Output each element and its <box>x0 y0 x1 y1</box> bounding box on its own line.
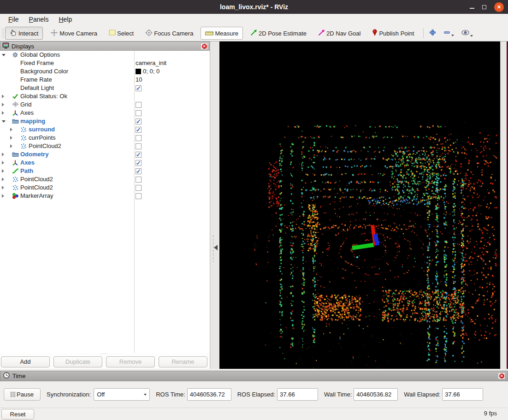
tree-row-default-light[interactable]: Default Light <box>0 84 210 92</box>
tool-focus-camera[interactable]: Focus Camera <box>141 27 197 40</box>
tree-row-axes[interactable]: Axes <box>0 159 210 167</box>
tree-row-markerarray[interactable]: MarkerArray <box>0 192 210 200</box>
add-tool-button[interactable] <box>428 28 437 38</box>
tree-row-currpoints[interactable]: currPoints <box>0 134 210 142</box>
expander-collapsed-icon[interactable] <box>2 161 4 165</box>
synchronization-label: Synchronization: <box>47 391 91 398</box>
tree-row-mapping[interactable]: mapping <box>0 117 210 125</box>
expander-collapsed-icon[interactable] <box>2 111 4 115</box>
enable-checkbox[interactable] <box>136 160 142 166</box>
minimize-icon[interactable] <box>470 8 474 9</box>
panel-resize-handle[interactable] <box>100 353 107 355</box>
remove-button[interactable]: Remove <box>106 356 155 367</box>
expander-collapsed-icon[interactable] <box>2 103 4 106</box>
tree-row-path[interactable]: Path <box>0 167 210 175</box>
pointcloud-canvas[interactable] <box>219 41 500 369</box>
expander-collapsed-icon[interactable] <box>2 186 4 189</box>
tree-row-odometry[interactable]: Odometry <box>0 150 210 159</box>
right-panel-strip[interactable] <box>500 41 508 369</box>
enable-checkbox[interactable] <box>136 127 142 133</box>
minus-icon <box>443 29 450 37</box>
tree-row-fixed-frame[interactable]: Fixed Framecamera_init <box>0 59 210 67</box>
enable-checkbox[interactable] <box>136 193 142 199</box>
tree-row-surround[interactable]: surround <box>0 125 210 134</box>
panel-splitter[interactable] <box>210 41 219 369</box>
tool-2d-nav-goal[interactable]: 2D Nav Goal <box>314 27 365 40</box>
menu-panels[interactable]: Panels <box>24 15 53 24</box>
displays-tree: Global OptionsFixed Framecamera_initBack… <box>0 51 210 353</box>
tool-move-camera[interactable]: Move Camera <box>46 27 101 40</box>
enable-checkbox[interactable] <box>136 110 142 116</box>
expander-collapsed-icon[interactable] <box>2 177 4 181</box>
displays-close-button[interactable]: ✕ <box>201 43 208 50</box>
eye-icon <box>461 30 469 37</box>
property-value[interactable]: camera_init <box>136 59 166 67</box>
time-panel-header[interactable]: Time ✕ <box>0 371 508 381</box>
tool-interact[interactable]: Interact <box>5 27 43 40</box>
tree-row-global-options[interactable]: Global Options <box>0 51 210 59</box>
expander-expanded-icon[interactable] <box>2 120 6 123</box>
pause-icon <box>11 392 15 397</box>
pause-button[interactable]: Pause <box>4 388 41 401</box>
color-swatch[interactable] <box>136 69 141 74</box>
enable-checkbox[interactable] <box>136 177 142 183</box>
wall-elapsed-label: Wall Elapsed: <box>404 391 440 398</box>
3d-viewport[interactable] <box>219 41 500 369</box>
enable-checkbox[interactable] <box>136 85 142 91</box>
fps-counter: 9 fps <box>484 410 497 417</box>
tree-row-axes[interactable]: Axes <box>0 109 210 117</box>
time-close-button[interactable]: ✕ <box>498 373 505 379</box>
maximize-icon[interactable] <box>482 5 486 9</box>
tree-row-pointcloud2[interactable]: PointCloud2 <box>0 183 210 192</box>
expander-collapsed-icon[interactable] <box>2 169 4 173</box>
synchronization-select[interactable]: Off <box>94 388 150 401</box>
tree-row-pointcloud2[interactable]: PointCloud2 <box>0 175 210 183</box>
expander-collapsed-icon[interactable] <box>2 95 4 98</box>
ros-elapsed-field[interactable]: 37.66 <box>277 388 318 401</box>
enable-checkbox[interactable] <box>136 152 142 158</box>
expander-collapsed-icon[interactable] <box>2 153 4 156</box>
ros-time-field[interactable]: 40460536.72 <box>187 388 231 401</box>
folder-icon <box>12 118 18 124</box>
enable-checkbox[interactable] <box>136 143 142 149</box>
enable-checkbox[interactable] <box>136 118 142 124</box>
menu-help[interactable]: Help <box>54 15 77 24</box>
toolbar-grip[interactable] <box>1 28 4 38</box>
enable-checkbox[interactable] <box>136 102 142 108</box>
tool-2d-pose-estimate[interactable]: 2D Pose Estimate <box>246 27 311 40</box>
expander-collapsed-icon[interactable] <box>10 144 12 148</box>
wall-elapsed-field[interactable]: 37.66 <box>442 388 483 401</box>
tool-measure[interactable]: Measure <box>201 27 243 40</box>
expander-expanded-icon[interactable] <box>2 54 6 56</box>
add-button[interactable]: Add <box>1 356 50 367</box>
property-value[interactable]: 0; 0; 0 <box>143 67 159 76</box>
tree-row-background-color[interactable]: Background Color0; 0; 0 <box>0 67 210 76</box>
expander-collapsed-icon[interactable] <box>10 136 12 140</box>
titlebar[interactable]: loam_livox.rviz* - RViz ✕ <box>0 0 508 14</box>
splitter-collapse-icon[interactable] <box>214 245 218 250</box>
tool-visibility-button[interactable] <box>461 29 474 38</box>
duplicate-button[interactable]: Duplicate <box>53 356 102 367</box>
tree-row-grid[interactable]: Grid <box>0 101 210 109</box>
displays-panel-header[interactable]: Displays ✕ <box>0 41 210 51</box>
enable-checkbox[interactable] <box>136 185 142 191</box>
reset-button[interactable]: Reset <box>1 409 34 420</box>
tree-label: Path <box>20 167 33 175</box>
close-icon[interactable]: ✕ <box>494 2 504 12</box>
tree-row-global-status-ok[interactable]: Global Status: Ok <box>0 92 210 101</box>
property-value[interactable]: 10 <box>136 76 142 84</box>
enable-checkbox[interactable] <box>136 135 142 141</box>
tree-row-frame-rate[interactable]: Frame Rate10 <box>0 76 210 84</box>
wall-time-field[interactable]: 40460536.82 <box>354 388 398 401</box>
tree-row-pointcloud2[interactable]: PointCloud2 <box>0 142 210 150</box>
toolbar-separator <box>423 28 424 38</box>
menu-file[interactable]: File <box>4 15 24 24</box>
hand-icon <box>10 29 17 38</box>
tool-publish-point[interactable]: Publish Point <box>368 27 418 40</box>
expander-collapsed-icon[interactable] <box>2 194 4 198</box>
expander-collapsed-icon[interactable] <box>10 128 12 131</box>
enable-checkbox[interactable] <box>136 168 142 174</box>
remove-tool-button[interactable] <box>443 28 455 38</box>
tool-select[interactable]: Select <box>105 27 138 40</box>
rename-button[interactable]: Rename <box>159 356 207 367</box>
